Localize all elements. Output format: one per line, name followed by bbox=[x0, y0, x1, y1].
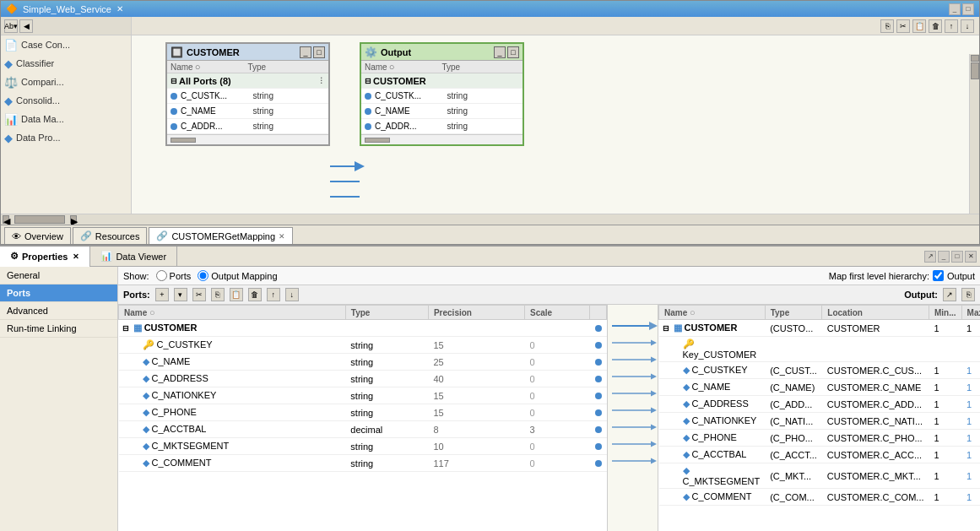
right-row-custkey[interactable]: ◆ C_CUSTKEY (C_CUST... CUSTOMER.C_CUS...… bbox=[659, 362, 981, 379]
customer-group-menu[interactable]: ⋮ bbox=[317, 77, 325, 85]
right-row-acctbal[interactable]: ◆ C_ACCTBAL (C_ACCT... CUSTOMER.C_ACC...… bbox=[659, 447, 981, 463]
ports-copy-btn[interactable]: ⎘ bbox=[211, 288, 225, 301]
canvas-down-btn[interactable]: ↓ bbox=[961, 19, 974, 33]
right-row-customer-group[interactable]: ⊟ ▦ CUSTOMER (CUSTO... CUSTOMER 1 1 bbox=[659, 320, 981, 337]
customer-hscroll[interactable] bbox=[167, 134, 328, 144]
radio-ports-input[interactable] bbox=[156, 270, 167, 281]
sidebar-item-consolid[interactable]: ◆ Consolid... bbox=[1, 91, 131, 110]
left-comment-type: string bbox=[345, 455, 428, 472]
customer-expand-icon[interactable]: ⊟ bbox=[171, 77, 177, 85]
output-minimize-btn[interactable]: _ bbox=[494, 46, 506, 58]
bottom-window: ⚙ Properties ✕ 📊 Data Viewer ↗ _ □ ✕ Gen… bbox=[0, 245, 980, 531]
right-customer-expand[interactable]: ⊟ bbox=[663, 324, 669, 333]
left-row-phone[interactable]: ◆ C_PHONE string 15 0 bbox=[119, 404, 607, 421]
right-row-nationkey[interactable]: ◆ C_NATIONKEY (C_NATI... CUSTOMER.C_NATI… bbox=[659, 413, 981, 430]
canvas-copy-btn[interactable]: ⎘ bbox=[880, 19, 894, 33]
left-comment-dot bbox=[595, 460, 602, 467]
left-row-mktsegment[interactable]: ◆ C_MKTSEGMENT string 10 0 bbox=[119, 438, 607, 455]
output-maximize-btn[interactable]: □ bbox=[507, 46, 519, 58]
bottom-window-extern-btn[interactable]: ↗ bbox=[924, 251, 936, 263]
output-expand-icon[interactable]: ⊟ bbox=[365, 77, 371, 85]
right-comment-location: CUSTOMER.C_COM... bbox=[822, 489, 929, 506]
tab-customermapping[interactable]: 🔗 CUSTOMERGetMapping ✕ bbox=[149, 227, 293, 244]
left-row-nationkey[interactable]: ◆ C_NATIONKEY string 15 0 bbox=[119, 387, 607, 404]
bottom-window-min-btn[interactable]: _ bbox=[938, 251, 950, 263]
minimize-button[interactable]: _ bbox=[949, 3, 961, 15]
sidebar-item-casecon[interactable]: 📄 Case Con... bbox=[1, 35, 131, 54]
ab-dropdown-button[interactable]: Ab▾ bbox=[4, 19, 18, 33]
canvas-vscroll[interactable] bbox=[969, 54, 979, 214]
left-row-caddress[interactable]: ◆ C_ADDRESS string 40 0 bbox=[119, 371, 607, 387]
tab-customermapping-close[interactable]: ✕ bbox=[279, 232, 285, 241]
nav-runtime[interactable]: Run-time Linking bbox=[0, 320, 117, 338]
sidebar-item-compari[interactable]: ⚖️ Compari... bbox=[1, 73, 131, 91]
canvas-paste-btn[interactable]: 📋 bbox=[912, 19, 926, 33]
right-custkey-max: 1 bbox=[961, 362, 980, 379]
radio-output-mapping[interactable]: Output Mapping bbox=[198, 270, 277, 281]
customer-col-type: Type bbox=[248, 62, 326, 72]
ports-cut-btn[interactable]: ✂ bbox=[192, 288, 206, 301]
maximize-button[interactable]: □ bbox=[962, 3, 974, 15]
customer-minimize-btn[interactable]: _ bbox=[300, 46, 311, 58]
customer-group-row[interactable]: ⊟ All Ports (8) ⋮ bbox=[167, 73, 328, 89]
canvas-up-btn[interactable]: ↑ bbox=[945, 19, 958, 33]
right-row-caddress[interactable]: ◆ C_ADDRESS (C_ADD... CUSTOMER.C_ADD... … bbox=[659, 396, 981, 413]
properties-tab-close[interactable]: ✕ bbox=[73, 252, 79, 261]
right-caddress-location: CUSTOMER.C_ADD... bbox=[822, 396, 929, 413]
output-hscroll[interactable] bbox=[361, 134, 522, 144]
ports-up-btn[interactable]: ↑ bbox=[267, 288, 280, 301]
ports-down-btn[interactable]: ↓ bbox=[285, 288, 299, 301]
nav-general[interactable]: General bbox=[0, 267, 117, 284]
right-row-cname[interactable]: ◆ C_NAME (C_NAME) CUSTOMER.C_NAME 1 1 bbox=[659, 379, 981, 396]
canvas-hscroll[interactable]: ◀ ▶ bbox=[1, 214, 979, 225]
canvas-cut-btn[interactable]: ✂ bbox=[896, 19, 910, 33]
window-close-icon[interactable]: ✕ bbox=[116, 4, 123, 14]
out-col-name-header: Name ○ bbox=[659, 306, 766, 320]
output-extern-btn[interactable]: ↗ bbox=[943, 288, 956, 301]
right-customer-group-name: ⊟ ▦ CUSTOMER bbox=[659, 320, 766, 337]
right-row-phone[interactable]: ◆ C_PHONE (C_PHO... CUSTOMER.C_PHO... 1 … bbox=[659, 430, 981, 447]
output-group-row[interactable]: ⊟ CUSTOMER bbox=[361, 73, 522, 89]
sidebar-item-datama[interactable]: 📊 Data Ma... bbox=[1, 110, 131, 128]
hscroll-right-btn[interactable]: ▶ bbox=[70, 215, 77, 224]
right-row-keycustomer[interactable]: 🔑 Key_CUSTOMER bbox=[659, 337, 981, 362]
left-row-customer-group[interactable]: ⊟ ▦ CUSTOMER bbox=[119, 320, 607, 337]
sidebar-item-classifier[interactable]: ◆ Classifier bbox=[1, 54, 131, 73]
bottom-window-close-btn[interactable]: ✕ bbox=[965, 251, 977, 263]
radio-output-mapping-input[interactable] bbox=[198, 270, 208, 281]
sidebar-item-datapro[interactable]: ◆ Data Pro... bbox=[1, 128, 131, 147]
left-row-acctbal[interactable]: ◆ C_ACCTBAL decimal 8 3 bbox=[119, 421, 607, 438]
tab-dataviewer[interactable]: 📊 Data Viewer bbox=[90, 247, 177, 267]
output-copy-btn[interactable]: ⎘ bbox=[961, 288, 975, 301]
nav-ports[interactable]: Ports bbox=[0, 284, 117, 302]
window-icon: 🔶 bbox=[6, 3, 18, 14]
right-row-mktsegment[interactable]: ◆ C_MKTSEGMENT (C_MKT... CUSTOMER.C_MKT.… bbox=[659, 463, 981, 489]
left-row-custkey[interactable]: 🔑 C_CUSTKEY string 15 0 bbox=[119, 337, 607, 354]
right-keycustomer-type bbox=[765, 337, 822, 362]
left-caddress-name: ◆ C_ADDRESS bbox=[119, 371, 346, 387]
map-first-checkbox[interactable] bbox=[933, 270, 944, 281]
hscroll-left-btn[interactable]: ◀ bbox=[3, 215, 9, 224]
radio-ports[interactable]: Ports bbox=[156, 270, 192, 281]
customer-maximize-btn[interactable]: □ bbox=[313, 46, 325, 58]
left-row-comment[interactable]: ◆ C_COMMENT string 117 0 bbox=[119, 455, 607, 472]
right-row-comment[interactable]: ◆ C_COMMENT (C_COM... CUSTOMER.C_COM... … bbox=[659, 489, 981, 506]
bottom-window-max-btn[interactable]: □ bbox=[951, 251, 963, 263]
canvas-delete-btn[interactable]: 🗑 bbox=[929, 19, 942, 33]
left-cname-name: ◆ C_NAME bbox=[119, 354, 346, 371]
tab-resources[interactable]: 🔗 Resources bbox=[73, 227, 148, 244]
left-custkey-dot bbox=[595, 342, 602, 349]
left-customer-expand[interactable]: ⊟ bbox=[122, 324, 129, 333]
ports-paste-btn[interactable]: 📋 bbox=[230, 288, 243, 301]
left-nationkey-icon: ◆ bbox=[143, 390, 149, 400]
sidebar-nav-left[interactable]: ◀ bbox=[19, 19, 33, 33]
customer-row-custk: C_CUSTK... string bbox=[167, 89, 328, 104]
tab-overview-label: Overview bbox=[24, 231, 63, 241]
nav-advanced[interactable]: Advanced bbox=[0, 302, 117, 320]
tab-properties[interactable]: ⚙ Properties ✕ bbox=[0, 247, 90, 267]
ports-add-btn[interactable]: + bbox=[155, 288, 169, 301]
ports-delete-btn[interactable]: 🗑 bbox=[248, 288, 262, 301]
ports-dropdown-btn[interactable]: ▾ bbox=[174, 288, 187, 301]
left-row-cname[interactable]: ◆ C_NAME string 25 0 bbox=[119, 354, 607, 371]
tab-overview[interactable]: 👁 Overview bbox=[4, 227, 71, 244]
